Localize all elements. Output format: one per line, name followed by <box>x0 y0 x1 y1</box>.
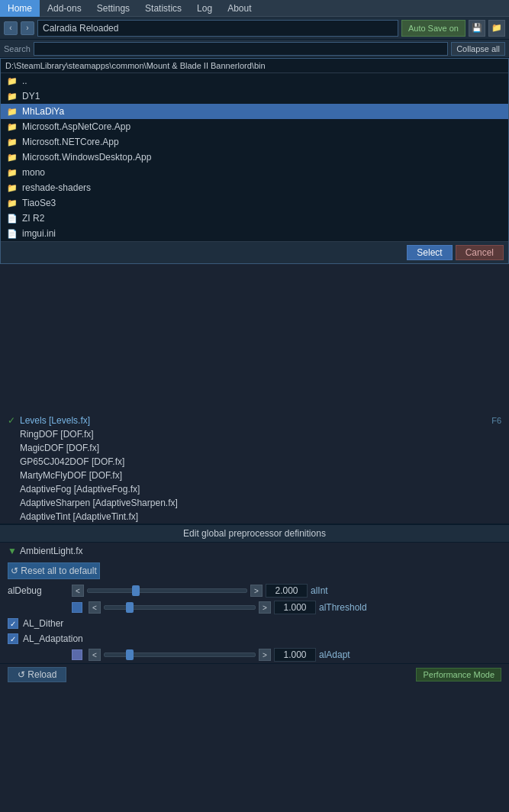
cancel-button[interactable]: Cancel <box>456 245 504 260</box>
search-input[interactable] <box>34 42 448 56</box>
search-label: Search <box>4 44 31 53</box>
color-swatch-althreshold[interactable] <box>72 602 82 613</box>
file-item[interactable]: 📁 mono <box>1 165 508 180</box>
list-item[interactable]: RingDOF [DOF.fx] <box>0 427 509 441</box>
file-name: MhLaDiYa <box>22 106 64 117</box>
file-item[interactable]: 📁 reshade-shaders <box>1 180 508 195</box>
list-item[interactable]: AdaptiveTint [AdaptiveTint.fx] <box>0 510 509 524</box>
list-item[interactable]: AdaptiveFog [AdaptiveFog.fx] <box>0 482 509 496</box>
open-icon[interactable]: 📁 <box>488 20 505 37</box>
path-bar: D:\SteamLibrary\steamapps\common\Mount &… <box>1 59 508 73</box>
nav-forward-button[interactable]: › <box>21 21 34 35</box>
shader-list-below: ✓ Levels [Levels.fx] F6 RingDOF [DOF.fx]… <box>0 414 509 524</box>
checkbox-row-aladaptation: AL_Adaptation <box>0 631 509 646</box>
slider-thumb-althreshold[interactable] <box>126 602 134 613</box>
shader-name: MartyMcFlyDOF [DOF.fx] <box>20 470 122 481</box>
file-item[interactable]: 📁 TiaoSe3 <box>1 195 508 211</box>
checkbox-aladaptation[interactable] <box>8 633 18 644</box>
step-up-button-althreshold[interactable]: > <box>259 601 271 614</box>
slider-container-aladapt: < > <box>89 649 271 661</box>
menu-home[interactable]: Home <box>0 0 40 17</box>
file-name: TiaoSe3 <box>22 198 56 208</box>
shader-list[interactable]: AmbientLight.fx Bloom [AmbientLight.fx] … <box>0 58 509 524</box>
menu-log[interactable]: Log <box>189 0 220 17</box>
check-icon: ✓ <box>8 415 17 426</box>
reset-all-button[interactable]: ↺ Reset all to default <box>8 562 100 579</box>
save-icon[interactable]: 💾 <box>469 20 485 37</box>
folder-icon: 📁 <box>7 122 18 132</box>
list-item[interactable]: MartyMcFlyDOF [DOF.fx] <box>0 469 509 482</box>
autosave-button[interactable]: Auto Save on <box>401 20 466 37</box>
panel-title: Edit global preprocessor definitions <box>0 525 509 543</box>
menu-about[interactable]: About <box>220 0 259 17</box>
shader-file-name: AmbientLight.fx <box>20 546 83 556</box>
checkbox-aldither[interactable] <box>8 618 18 629</box>
param-value-althreshold: 1.000 <box>274 601 316 614</box>
param-row-althreshold: < > 1.000 alThreshold <box>0 599 509 616</box>
folder-icon: 📁 <box>7 168 18 178</box>
folder-icon: 📁 <box>7 137 18 147</box>
bottom-panel: Edit global preprocessor definitions ▼ A… <box>0 524 509 663</box>
profile-title-input[interactable] <box>37 20 398 37</box>
file-item[interactable]: 📄 ZI R2 <box>1 211 508 226</box>
step-up-button-aldebug[interactable]: > <box>250 585 263 597</box>
collapse-button[interactable]: Collapse all <box>451 42 505 56</box>
shader-section-name: ▼ AmbientLight.fx <box>0 543 509 559</box>
file-item[interactable]: 📁 DY1 <box>1 89 508 104</box>
folder-icon: 📁 <box>7 153 18 163</box>
folder-icon: 📁 <box>7 183 18 193</box>
file-item[interactable]: 📁 Microsoft.AspNetCore.App <box>1 119 508 134</box>
reload-bar: ↺ Reload Performance Mode <box>0 663 509 685</box>
file-list[interactable]: 📁 .. 📁 DY1 📁 MhLaDiYa 📁 Microsoft.AspNet… <box>1 73 508 241</box>
step-down-button-althreshold[interactable]: < <box>89 601 101 614</box>
performance-mode-button[interactable]: Performance Mode <box>416 668 501 682</box>
menu-addons[interactable]: Add-ons <box>40 0 89 17</box>
shader-name: RingDOF [DOF.fx] <box>20 429 94 440</box>
shader-name: AdaptiveTint [AdaptiveTint.fx] <box>20 511 138 522</box>
slider-track-aladapt[interactable] <box>104 652 256 657</box>
step-down-button-aladapt[interactable]: < <box>89 649 101 661</box>
file-item[interactable]: 📁 Microsoft.NETCore.App <box>1 134 508 150</box>
menu-settings[interactable]: Settings <box>89 0 137 17</box>
file-item[interactable]: 📁 .. <box>1 73 508 89</box>
checkbox-label-aladaptation: AL_Adaptation <box>23 633 83 644</box>
file-icon: 📄 <box>7 229 18 239</box>
file-name: mono <box>22 167 45 178</box>
slider-track-althreshold[interactable] <box>104 605 256 610</box>
color-swatch-aladapt[interactable] <box>72 649 82 660</box>
checkbox-row-aldither: AL_Dither <box>0 616 509 631</box>
file-name: Microsoft.NETCore.App <box>22 137 119 147</box>
file-browser-overlay: D:\SteamLibrary\steamapps\common\Mount &… <box>0 58 509 264</box>
shader-name: GP65CJ042DOF [DOF.fx] <box>20 456 124 467</box>
file-item[interactable]: 📄 imgui.ini <box>1 226 508 241</box>
slider-thumb-aladapt[interactable] <box>126 649 134 660</box>
slider-track-aldebug[interactable] <box>87 588 247 593</box>
menu-statistics[interactable]: Statistics <box>137 0 189 17</box>
folder-icon: 📁 <box>7 198 18 208</box>
shader-name: AdaptiveSharpen [AdaptiveSharpen.fx] <box>20 498 178 508</box>
file-name: .. <box>22 76 27 86</box>
folder-icon: 📁 <box>7 107 18 117</box>
param-value-aldebug: 2.000 <box>266 584 308 598</box>
select-button[interactable]: Select <box>407 245 452 260</box>
file-item[interactable]: 📁 Microsoft.WindowsDesktop.App <box>1 150 508 165</box>
list-item[interactable]: GP65CJ042DOF [DOF.fx] <box>0 455 509 469</box>
list-item[interactable]: ✓ Levels [Levels.fx] F6 <box>0 414 509 427</box>
list-item[interactable]: MagicDOF [DOF.fx] <box>0 441 509 455</box>
collapse-arrow-icon[interactable]: ▼ <box>8 546 17 556</box>
nav-back-button[interactable]: ‹ <box>4 21 18 35</box>
slider-container-althreshold: < > <box>89 601 271 614</box>
param-label-aldebug: alDebug <box>8 585 69 596</box>
param-row-aladapt: < > 1.000 alAdapt <box>0 646 509 663</box>
shader-name: Levels [Levels.fx] <box>20 415 90 426</box>
main-content: AmbientLight.fx Bloom [AmbientLight.fx] … <box>0 58 509 524</box>
file-name: Microsoft.WindowsDesktop.App <box>22 152 151 163</box>
shader-name: AdaptiveFog [AdaptiveFog.fx] <box>20 484 140 495</box>
step-down-button-aldebug[interactable]: < <box>72 585 84 597</box>
file-item-selected[interactable]: 📁 MhLaDiYa <box>1 104 508 119</box>
slider-thumb-aldebug[interactable] <box>132 585 140 596</box>
step-up-button-aladapt[interactable]: > <box>259 649 271 661</box>
file-actions: Select Cancel <box>1 241 508 263</box>
list-item[interactable]: AdaptiveSharpen [AdaptiveSharpen.fx] <box>0 496 509 510</box>
reload-button[interactable]: ↺ Reload <box>8 667 66 682</box>
